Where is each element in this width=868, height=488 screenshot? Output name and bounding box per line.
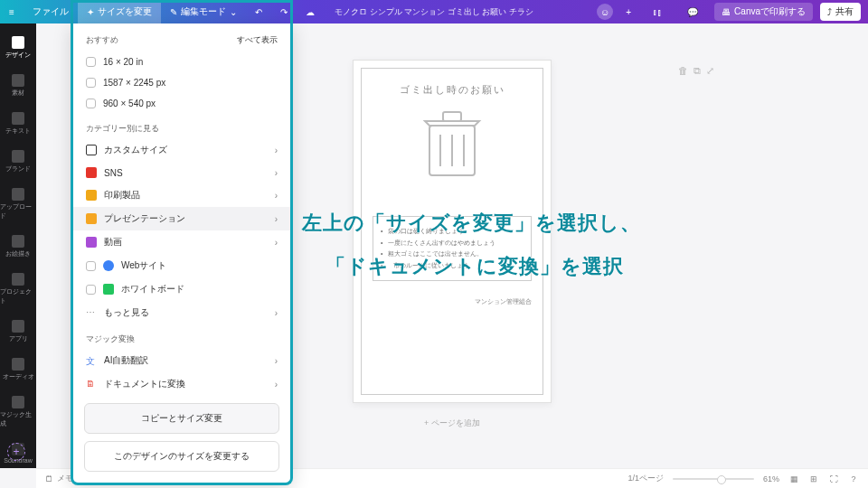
presentation-icon — [86, 213, 97, 224]
magic-translate[interactable]: 文AI自動翻訳› — [73, 349, 290, 372]
tutorial-text-2: 「ドキュメントに変換」を選択 — [326, 253, 624, 280]
sidebar-item-design[interactable]: デザイン — [0, 31, 36, 65]
page-indicator[interactable]: 1/1ページ — [627, 473, 664, 484]
apps-icon — [12, 320, 24, 333]
redo-button[interactable]: ↷ — [271, 0, 297, 23]
sidebar-item-elements[interactable]: 素材 — [0, 69, 36, 103]
category-video[interactable]: 動画› — [73, 230, 290, 254]
category-website[interactable]: Webサイト — [73, 254, 290, 277]
memo-button[interactable]: 🗒 メモ — [45, 473, 73, 484]
chevron-right-icon: › — [275, 168, 278, 178]
translate-icon: 文 — [86, 355, 97, 366]
fullscreen-icon[interactable]: ⛶ — [828, 474, 839, 484]
audio-icon — [12, 358, 24, 371]
lock-icon[interactable]: 🗑 — [678, 65, 688, 77]
video-icon — [86, 237, 97, 248]
zoom-value[interactable]: 61% — [763, 474, 779, 483]
svg-rect-1 — [443, 112, 461, 121]
magic-header: マジック変換 — [73, 324, 290, 349]
size-option[interactable]: 16 × 20 in — [73, 52, 290, 72]
size-option[interactable]: 1587 × 2245 px — [73, 72, 290, 93]
analytics-button[interactable]: ⫾⫿ — [644, 7, 671, 17]
chevron-right-icon: › — [275, 380, 278, 389]
crown-icon: ✦ — [87, 7, 94, 17]
add-button[interactable]: + — [620, 4, 637, 20]
top-menubar: ≡ ファイル ✦ サイズを変更 ✎ 編集モード ⌄ ↶ ↷ ☁ モノクロ シンプ… — [0, 0, 868, 23]
topbar-right: ☺ + ⫾⫿ 💬 🖶 Canvaで印刷する ⤴ 共有 — [597, 3, 868, 21]
chevron-right-icon: › — [275, 214, 278, 224]
redo-icon: ↷ — [280, 7, 288, 17]
cloud-sync[interactable]: ☁ — [297, 0, 324, 23]
pencil-icon: ✎ — [170, 7, 177, 17]
sidebar-item-draw[interactable]: お絵描き — [0, 230, 36, 264]
sidebar-item-projects[interactable]: プロジェクト — [0, 267, 36, 311]
category-presentation[interactable]: プレゼンテーション› — [73, 207, 290, 230]
sns-icon — [86, 167, 97, 178]
tutorial-text-1: 左上の「サイズを変更」を選択し、 — [302, 210, 641, 237]
magic-convert-document[interactable]: 🗎ドキュメントに変換› — [73, 372, 290, 396]
printer-icon: 🖶 — [722, 7, 731, 17]
collab-button[interactable]: ☺ — [597, 4, 613, 20]
category-print[interactable]: 印刷製品› — [73, 183, 290, 207]
chevron-right-icon: › — [275, 356, 278, 366]
trash-illustration — [420, 108, 484, 180]
print-button[interactable]: 🖶 Canvaで印刷する — [714, 3, 813, 21]
checkbox-icon — [86, 261, 96, 271]
category-more[interactable]: ⋯もっと見る› — [73, 301, 290, 324]
thumbnail-view-icon[interactable]: ⊞ — [808, 474, 819, 484]
copy-resize-button[interactable]: コピーとサイズ変更 — [84, 403, 279, 434]
chevron-down-icon: ⌄ — [230, 7, 237, 17]
grid-view-icon[interactable]: ▦ — [788, 474, 799, 484]
show-all-link[interactable]: すべて表示 — [237, 34, 278, 46]
zoom-slider[interactable] — [673, 478, 754, 480]
brand-icon — [12, 150, 24, 163]
help-fab[interactable]: + — [7, 443, 25, 461]
add-page-button[interactable]: + ページを追加 — [424, 418, 480, 429]
checkbox-icon — [86, 57, 96, 67]
size-option[interactable]: 868 × 488 px — [73, 93, 290, 114]
category-header: カテゴリー別に見る — [73, 114, 290, 138]
trash-icon — [420, 108, 484, 180]
expand-icon[interactable]: ⤢ — [706, 65, 714, 77]
draw-icon — [12, 235, 24, 248]
signature-text: マンション管理組合 — [475, 297, 532, 306]
chevron-right-icon: › — [275, 238, 278, 248]
sidebar-item-audio[interactable]: オーディオ — [0, 352, 36, 387]
text-icon — [12, 112, 24, 125]
cloud-icon: ☁ — [306, 7, 315, 17]
edit-mode-menu[interactable]: ✎ 編集モード ⌄ — [161, 0, 246, 23]
category-whiteboard[interactable]: ホワイトボード — [73, 277, 290, 301]
hamburger-menu[interactable]: ≡ — [0, 0, 24, 23]
whiteboard-icon — [103, 284, 114, 295]
sidebar-item-apps[interactable]: アプリ — [0, 314, 36, 349]
website-icon — [103, 260, 114, 271]
upload-icon: ⤴ — [827, 7, 832, 17]
magic-icon — [12, 396, 24, 408]
custom-size-icon — [86, 145, 97, 155]
category-sns[interactable]: SNS› — [73, 162, 290, 183]
note-icon: 🗒 — [45, 474, 53, 483]
design-icon — [12, 36, 24, 49]
share-button[interactable]: ⤴ 共有 — [820, 3, 861, 21]
sidebar-item-text[interactable]: テキスト — [0, 107, 36, 141]
undo-icon: ↶ — [255, 7, 262, 17]
checkbox-icon — [86, 99, 96, 108]
document-icon: 🗎 — [86, 379, 97, 389]
comment-button[interactable]: 💬 — [678, 7, 707, 17]
file-menu[interactable]: ファイル — [24, 0, 78, 23]
duplicate-icon[interactable]: ⧉ — [693, 65, 701, 77]
category-custom-size[interactable]: カスタムサイズ› — [73, 138, 290, 162]
document-title[interactable]: モノクロ シンプル マンション ゴミ出し お願い チラシ — [335, 6, 533, 18]
comment-icon: 💬 — [687, 7, 698, 17]
sidebar-item-magic[interactable]: マジック生成 — [0, 390, 36, 434]
bullet-item: 一度にたくさん出すのはやめましょう — [381, 238, 524, 249]
topbar-left: ≡ ファイル ✦ サイズを変更 ✎ 編集モード ⌄ ↶ ↷ ☁ — [0, 0, 324, 23]
sidebar-item-upload[interactable]: アップロード — [0, 183, 36, 226]
resize-menu[interactable]: ✦ サイズを変更 — [78, 0, 161, 23]
help-icon[interactable]: ? — [848, 474, 859, 484]
page-controls: 🗑 ⧉ ⤢ — [678, 65, 714, 77]
chevron-right-icon: › — [275, 308, 278, 318]
undo-button[interactable]: ↶ — [246, 0, 271, 23]
sidebar-item-brand[interactable]: ブランド — [0, 145, 36, 179]
resize-this-button[interactable]: このデザインのサイズを変更する — [84, 441, 279, 472]
